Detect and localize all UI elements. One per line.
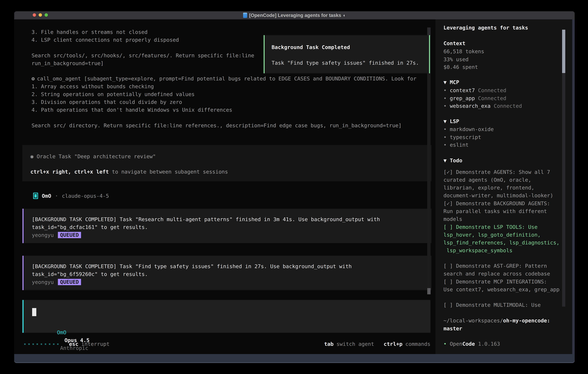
task-message-line: task_id="bg_6f59260c" to get results. bbox=[32, 270, 431, 278]
bullet-icon: • bbox=[443, 142, 447, 148]
workspace-path: ~/local-workspaces/oh-my-opencode: bbox=[443, 317, 550, 324]
chevron-down-icon: ▼ bbox=[443, 118, 447, 124]
window-bottom-edge bbox=[14, 354, 575, 363]
mcp-section-header[interactable]: ▼MCP bbox=[443, 78, 459, 86]
agent-checkbox-icon bbox=[33, 193, 38, 199]
tab-key-hint: tab bbox=[324, 341, 334, 347]
todo-item-pending: [ ] Demonstrate MCP INTEGRATIONS: Use co… bbox=[443, 278, 559, 293]
bullet-icon: • bbox=[443, 134, 447, 140]
progress-dots-icon: ▪▪▪▪▪▪▪▪▪ bbox=[24, 342, 61, 346]
tool-call-item: 1. Array access without bounds checking bbox=[32, 83, 416, 90]
agent-header: OmO · claude-opus-4-5 bbox=[33, 192, 109, 200]
terminal-window: [OpenCode] Leveraging agents for tasks ◐… bbox=[14, 11, 575, 363]
spinner-icon: ◐ bbox=[343, 13, 346, 18]
lsp-item: •eslint bbox=[443, 141, 469, 149]
shortcut-keys: ctrl+x right, ctrl+x left bbox=[30, 169, 109, 175]
tool-call-header: ⚙call_omo_agent [subagent_type=explore, … bbox=[32, 75, 416, 83]
radio-icon: ◉ bbox=[30, 154, 33, 159]
todo-item-pending: [ ] Demonstrate AST-GREP: Pattern search… bbox=[443, 262, 550, 278]
sidebar-scrollbar[interactable] bbox=[562, 30, 565, 307]
document-icon bbox=[243, 13, 247, 18]
lsp-item: •typescript bbox=[443, 133, 481, 141]
toast-body: Task "Find type safety issues" finished … bbox=[272, 59, 429, 67]
chat-scrollbar-thumb[interactable] bbox=[427, 288, 430, 294]
bullet-icon: • bbox=[443, 126, 447, 132]
terminal-line: Search src/tools/, src/hooks/, src/featu… bbox=[32, 52, 254, 59]
gear-icon: ⚙ bbox=[32, 76, 35, 82]
task-message-line: [BACKGROUND TASK COMPLETED] Task "Resear… bbox=[32, 216, 431, 223]
tool-call-item: 4. Path operations that don't handle Win… bbox=[32, 106, 416, 114]
terminal-line: 3. File handles or streams not closed bbox=[32, 28, 254, 36]
mcp-item: •grep_appConnected bbox=[443, 94, 506, 102]
todo-item-done: [✓] Demonstrate BACKGROUND AGENTS: Run p… bbox=[443, 200, 550, 223]
tab-key-label: switch agent bbox=[336, 341, 374, 347]
bullet-icon: • bbox=[443, 87, 447, 93]
agent-name: OmO bbox=[42, 193, 51, 199]
status-bar-right: tab switch agent ctrl+p commands bbox=[324, 340, 430, 348]
active-agent: OmO bbox=[57, 330, 66, 335]
task-message-line: [BACKGROUND TASK COMPLETED] Task "Find t… bbox=[32, 262, 431, 270]
oracle-task-box: ◉ Oracle Task "Deep architecture review"… bbox=[22, 145, 431, 181]
terminal-line: 4. LSP client connections not properly d… bbox=[32, 36, 254, 44]
subagent-nav-hint: ctrl+x right, ctrl+x left to navigate be… bbox=[30, 168, 431, 176]
tool-call-item: 3. Division operations that could divide… bbox=[32, 98, 416, 106]
esc-key-hint: esc bbox=[69, 341, 78, 347]
separator-dot: · bbox=[55, 193, 58, 199]
todo-item-pending: [ ] Demonstrate MULTIMODAL: Use bbox=[443, 301, 541, 309]
terminal-line bbox=[32, 44, 254, 52]
background-task-message: [BACKGROUND TASK COMPLETED] Task "Resear… bbox=[22, 209, 431, 243]
esc-key-label: interrupt bbox=[81, 341, 110, 347]
task-message-line: task_id="bg_dcfac161" to get results. bbox=[32, 223, 431, 231]
text-cursor bbox=[32, 308, 36, 316]
prompt-input[interactable]: OmO Opus 4.5 Anthropic bbox=[22, 300, 430, 333]
window-right-edge bbox=[572, 19, 575, 354]
queued-badge: QUEUED bbox=[58, 279, 81, 285]
toast-notification: Background Task Completed Task "Find typ… bbox=[264, 35, 430, 73]
tool-call-block: ⚙call_omo_agent [subagent_type=explore, … bbox=[32, 75, 416, 114]
session-title: Leveraging agents for tasks bbox=[443, 24, 528, 32]
app-version: •OpenCode1.0.163 bbox=[443, 340, 500, 348]
agent-model: claude-opus-4-5 bbox=[62, 193, 109, 199]
window-title-area: [OpenCode] Leveraging agents for tasks ◐ bbox=[14, 11, 575, 19]
sidebar-scrollbar-thumb[interactable] bbox=[562, 30, 565, 73]
lsp-section-header[interactable]: ▼LSP bbox=[443, 117, 459, 125]
todo-item-in-progress: [ ] Demonstrate LSP TOOLS: Use lsp_hover… bbox=[443, 223, 559, 254]
tool-call-text: call_omo_agent [subagent_type=explore, p… bbox=[37, 76, 417, 82]
status-bar-left: ▪▪▪▪▪▪▪▪▪ esc interrupt bbox=[24, 340, 110, 348]
chevron-down-icon: ▼ bbox=[443, 79, 447, 85]
bullet-icon: • bbox=[443, 103, 447, 109]
input-meta: OmO Opus 4.5 Anthropic bbox=[32, 321, 90, 329]
window-title: [OpenCode] Leveraging agents for tasks bbox=[249, 13, 341, 18]
terminal-line: run_in_background=true] bbox=[32, 59, 254, 67]
mcp-item: •context7Connected bbox=[443, 86, 506, 94]
lsp-item: •markdown-oxide bbox=[443, 125, 494, 133]
bullet-icon: • bbox=[443, 95, 447, 101]
chat-scrollbar-cap bbox=[427, 28, 430, 36]
toast-title: Background Task Completed bbox=[272, 43, 429, 51]
oracle-task-title: ◉ Oracle Task "Deep architecture review" bbox=[30, 153, 431, 160]
sidebar: Leveraging agents for tasks Context 66,5… bbox=[435, 19, 572, 354]
commands-key-label: commands bbox=[405, 341, 430, 347]
todo-section-header[interactable]: ▼Todo bbox=[443, 157, 462, 165]
todo-item-done: [✓] Demonstrate AGENTS: Show all 7 curat… bbox=[443, 168, 553, 199]
commands-key-hint: ctrl+p bbox=[384, 341, 402, 347]
background-task-message: [BACKGROUND TASK COMPLETED] Task "Find t… bbox=[22, 256, 431, 290]
git-branch: master bbox=[443, 325, 462, 332]
tool-call-tail: Search src/ directory. Return specific f… bbox=[32, 122, 402, 129]
context-tokens: 66,518 tokens bbox=[443, 48, 484, 55]
queued-badge: QUEUED bbox=[58, 232, 81, 238]
titlebar: [OpenCode] Leveraging agents for tasks ◐ bbox=[14, 11, 575, 19]
context-heading: Context bbox=[443, 40, 465, 47]
context-spent: $0.46 spent bbox=[443, 63, 478, 71]
chevron-down-icon: ▼ bbox=[443, 157, 447, 163]
chat-area: 3. File handles or streams not closed 4.… bbox=[14, 19, 435, 354]
terminal-output: 3. File handles or streams not closed 4.… bbox=[32, 28, 254, 67]
context-used: 33% used bbox=[443, 55, 469, 63]
tool-call-item: 2. String operations on potentially unde… bbox=[32, 90, 416, 98]
bullet-icon: • bbox=[443, 341, 447, 347]
username: yeongyu bbox=[32, 232, 54, 238]
username: yeongyu bbox=[32, 279, 54, 285]
mcp-item: •websearch_exaConnected bbox=[443, 102, 522, 110]
